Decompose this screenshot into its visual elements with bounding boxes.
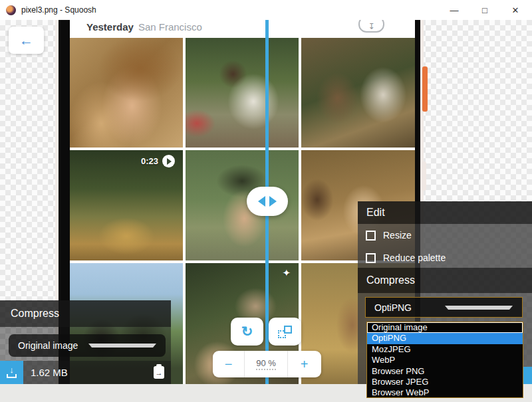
app-window: pixel3.png - Squoosh — □ ✕ YesterdaySan … (0, 0, 532, 402)
photos-download-icon: ↧ (358, 20, 384, 33)
titlebar: pixel3.png - Squoosh — □ ✕ (0, 0, 532, 20)
right-codec-select[interactable]: OptiPNG (365, 297, 523, 318)
left-download-row: ↓ 1.62 MB → (0, 361, 171, 384)
download-icon: ↓ (9, 367, 14, 373)
copy-across-icon: → (156, 369, 163, 377)
close-button[interactable]: ✕ (500, 0, 531, 20)
left-compress-body: Original image (0, 327, 171, 361)
edit-panel-options: Resize Reduce palette (358, 224, 532, 268)
dropdown-option[interactable]: Original image (367, 322, 523, 333)
left-compress-header: Compress (0, 300, 171, 327)
resize-checkbox[interactable] (366, 231, 376, 241)
photos-header: YesterdaySan Francisco ↧ (70, 20, 415, 38)
photos-header-title: YesterdaySan Francisco (86, 21, 202, 33)
reduce-palette-row: Reduce palette (366, 252, 446, 263)
codec-dropdown-list: Original image OptiPNG MozJPEG WebP Brow… (366, 322, 523, 398)
dropdown-option[interactable]: MozJPEG (367, 344, 523, 355)
zoom-in-button[interactable]: + (288, 351, 321, 377)
dropdown-option[interactable]: Browser PNG (367, 366, 523, 377)
right-compress-header: Compress (358, 268, 532, 293)
left-codec-value: Original image (18, 340, 79, 351)
secondary-download-button[interactable] (523, 367, 532, 384)
photos-date: Yesterday (86, 21, 134, 33)
back-arrow-icon: ← (19, 33, 33, 49)
back-button[interactable]: ← (9, 27, 44, 54)
photo-thumbnail (186, 38, 299, 148)
photo-thumbnail (70, 38, 183, 148)
phone-volume-button (422, 161, 426, 191)
right-codec-value: OptiPNG (374, 302, 436, 313)
dropdown-option[interactable]: Browser JPEG (367, 377, 523, 387)
download-button[interactable]: ↓ (0, 361, 23, 384)
duplicate-view-icon (278, 326, 292, 338)
window-title: pixel3.png - Squoosh (21, 5, 439, 15)
chevron-down-icon (88, 344, 156, 348)
video-duration-badge: 0:23 (141, 155, 175, 167)
reduce-palette-label: Reduce palette (383, 252, 446, 263)
photo-thumbnail (301, 38, 415, 148)
zoom-level-field[interactable]: 90 % (245, 351, 288, 377)
resize-row: Resize (366, 230, 412, 241)
reduce-palette-checkbox[interactable] (366, 253, 376, 263)
play-icon (162, 155, 175, 167)
comparison-divider-handle[interactable] (247, 187, 288, 216)
photos-location: San Francisco (138, 21, 202, 33)
dropdown-option[interactable]: Browser WebP (367, 387, 523, 398)
zoom-controls: − 90 % + (213, 351, 321, 377)
copy-across-button[interactable]: → (154, 366, 164, 379)
maximize-button[interactable]: □ (469, 0, 500, 20)
toggle-view-button[interactable] (269, 318, 301, 346)
file-size: 1.62 MB (31, 367, 154, 378)
dropdown-option[interactable]: WebP (367, 355, 523, 365)
left-codec-select[interactable]: Original image (9, 334, 166, 357)
rotate-button[interactable]: ↻ (231, 318, 263, 346)
dropdown-option-selected[interactable]: OptiPNG (367, 333, 523, 344)
auto-awesome-icon: ✦ (282, 267, 291, 279)
chevron-down-icon (445, 306, 513, 310)
squoosh-logo-icon (6, 5, 16, 15)
right-triangle-icon (269, 196, 277, 207)
minimize-button[interactable]: — (439, 0, 469, 20)
photo-thumbnail-video: 0:23 (70, 150, 183, 260)
resize-label: Resize (383, 230, 412, 241)
rotate-icon: ↻ (241, 324, 253, 340)
phone-power-button (422, 66, 428, 112)
left-triangle-icon (258, 196, 265, 207)
edit-panel-header: Edit (358, 201, 532, 224)
zoom-out-button[interactable]: − (213, 351, 245, 377)
